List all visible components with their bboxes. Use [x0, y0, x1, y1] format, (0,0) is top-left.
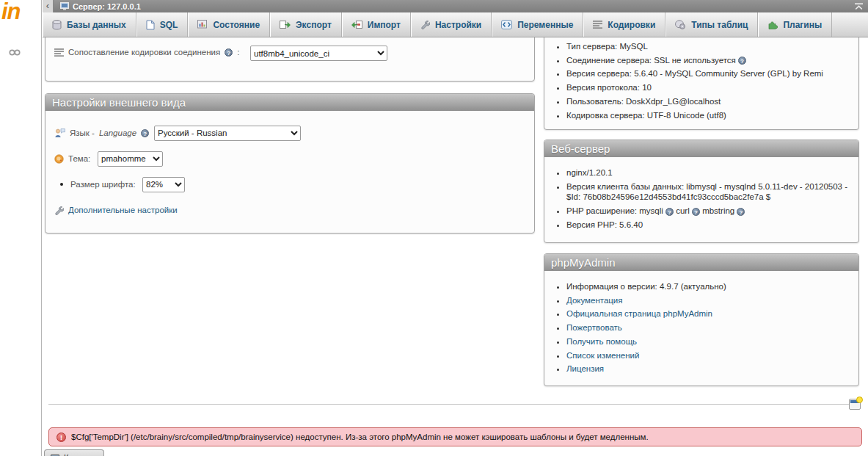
documentation-link[interactable]: Документация — [566, 296, 623, 305]
phpmyadmin-logo[interactable]: in — [1, 0, 21, 25]
database-server-panel: Тип сервера: MySQL Соединение сервера: S… — [544, 37, 859, 130]
donate-link[interactable]: Пожертвовать — [566, 323, 622, 332]
list-item: Официальная страница phpMyAdmin — [566, 308, 851, 319]
php-ext-name: curl — [676, 206, 690, 215]
tab-status[interactable]: Состояние — [188, 12, 270, 37]
plugins-icon — [767, 20, 778, 29]
console-button[interactable]: Консоль — [44, 449, 104, 456]
list-item: Версия клиента базы данных: libmysql - m… — [566, 181, 851, 203]
list-item: Соединение сервера: SSL не используется — [566, 55, 851, 66]
tab-variables[interactable]: Переменные — [492, 12, 583, 37]
tab-charsets[interactable]: Кодировки — [583, 12, 665, 37]
error-message-text: $Cfg['TempDir'] (/etc/brainy/src/compile… — [71, 433, 649, 441]
wrench-icon — [54, 206, 64, 215]
tab-label: Типы таблиц — [691, 20, 748, 30]
get-support-link[interactable]: Получить помощь — [566, 337, 637, 346]
help-icon[interactable] — [225, 48, 233, 57]
list-item: Версия PHP: 5.6.40 — [566, 220, 851, 231]
phpmyadmin-panel-title: phpMyAdmin — [544, 254, 858, 271]
license-link[interactable]: Лицензия — [566, 364, 604, 373]
open-new-window-icon[interactable] — [849, 399, 861, 410]
list-item: Версия сервера: 5.6.40 - MySQL Community… — [566, 68, 851, 79]
list-item: Лицензия — [566, 363, 851, 374]
link-icon[interactable] — [9, 49, 21, 56]
collation-label: Сопоставление кодировки соединения — [68, 48, 220, 57]
tab-import[interactable]: Импорт — [342, 12, 411, 37]
collation-select[interactable]: utf8mb4_unicode_ci — [250, 46, 387, 61]
language-icon — [54, 128, 65, 138]
tab-plugins[interactable]: Плагины — [758, 12, 832, 37]
theme-select[interactable]: pmahomme — [98, 151, 163, 167]
server-icon — [60, 2, 69, 10]
status-icon — [197, 20, 208, 29]
console-label: Консоль — [64, 453, 95, 456]
server-titlebar: ‹ Сервер: 127.0.0.1 — [43, 0, 868, 12]
tab-sql[interactable]: SQL — [136, 12, 189, 37]
appearance-settings-panel: Настройки внешнего вида Язык - Language … — [45, 93, 535, 234]
list-item: Пожертвовать — [566, 322, 851, 333]
list-item: Получить помощь — [566, 336, 851, 347]
list-item: Список изменений — [566, 350, 851, 361]
official-page-link[interactable]: Официальная страница phpMyAdmin — [566, 309, 712, 318]
bullet-marker — [54, 180, 66, 189]
font-size-label: Размер шрифта: — [70, 180, 136, 189]
main-area: ‹ Сервер: 127.0.0.1 Базы данных SQL Сост… — [43, 0, 868, 456]
web-server-panel-title: Веб-сервер — [544, 140, 858, 157]
list-item: Пользователь: DoskXdpr_LG@localhost — [566, 96, 851, 107]
tab-label: Импорт — [368, 20, 401, 30]
database-icon — [52, 20, 62, 30]
php-extensions-item: PHP расширение: mysqli curl mbstring — [566, 206, 851, 217]
collation-row: Сопоставление кодировки соединения : utf… — [45, 37, 534, 57]
error-icon — [56, 433, 66, 442]
help-icon[interactable] — [692, 208, 700, 216]
language-label-ru: Язык - — [70, 129, 95, 137]
export-icon — [280, 20, 291, 29]
help-icon[interactable] — [665, 208, 674, 216]
font-size-select[interactable]: 82% — [142, 177, 185, 192]
navigation-sidebar: in — [0, 0, 42, 456]
phpmyadmin-panel: phpMyAdmin Информация о версии: 4.9.7 (а… — [544, 253, 859, 386]
more-settings-link[interactable]: Дополнительные настройки — [68, 206, 178, 214]
general-settings-panel: Сопоставление кодировки соединения : utf… — [45, 37, 535, 82]
server-title: Сервер: 127.0.0.1 — [73, 2, 141, 11]
language-select[interactable]: Русский - Russian — [154, 126, 301, 141]
sql-icon — [146, 20, 155, 30]
changelog-link[interactable]: Список изменений — [566, 351, 639, 360]
variables-icon — [501, 20, 512, 29]
list-item: Документация — [566, 295, 851, 306]
theme-row: Тема: pmahomme — [45, 150, 534, 167]
php-ext-name: mbstring — [702, 206, 734, 215]
appearance-panel-title: Настройки внешнего вида — [45, 94, 534, 111]
help-icon[interactable] — [141, 129, 149, 137]
tab-label: Состояние — [213, 20, 260, 30]
charsets-icon — [593, 21, 602, 29]
php-ext-name: mysqli — [639, 206, 663, 215]
font-size-row: Размер шрифта: 82% — [45, 175, 534, 193]
collation-colon: : — [237, 48, 239, 57]
help-icon[interactable] — [737, 208, 745, 216]
server-tabs: Базы данных SQL Состояние Экспорт Импорт… — [43, 12, 868, 37]
tab-export[interactable]: Экспорт — [270, 12, 342, 37]
list-item: Кодировка сервера: UTF-8 Unicode (utf8) — [566, 110, 851, 121]
content-divider — [48, 404, 850, 405]
language-row: Язык - Language Русский - Russian — [45, 124, 534, 142]
list-item: Версия протокола: 10 — [566, 82, 851, 93]
ssl-text: Соединение сервера: SSL не используется — [566, 56, 736, 65]
tab-label: SQL — [160, 20, 178, 30]
theme-label: Тема: — [68, 154, 90, 163]
nav-panel-collapse-button[interactable]: ‹ — [43, 0, 54, 12]
preferences-icon — [420, 20, 430, 29]
tab-label: Настройки — [435, 20, 481, 30]
tab-settings[interactable]: Настройки — [411, 12, 492, 37]
import-icon — [351, 20, 362, 29]
list-item: nginx/1.20.1 — [566, 167, 851, 178]
tab-engines[interactable]: Типы таблиц — [665, 12, 758, 37]
collapse-top-icon[interactable] — [854, 3, 864, 10]
help-icon[interactable] — [738, 57, 746, 65]
tab-databases[interactable]: Базы данных — [43, 12, 136, 37]
tab-label: Базы данных — [67, 20, 126, 30]
list-item: Информация о версии: 4.9.7 (актуально) — [566, 281, 851, 292]
list-item: Тип сервера: MySQL — [566, 41, 851, 52]
collation-list-icon — [54, 48, 64, 57]
theme-icon — [54, 154, 64, 164]
